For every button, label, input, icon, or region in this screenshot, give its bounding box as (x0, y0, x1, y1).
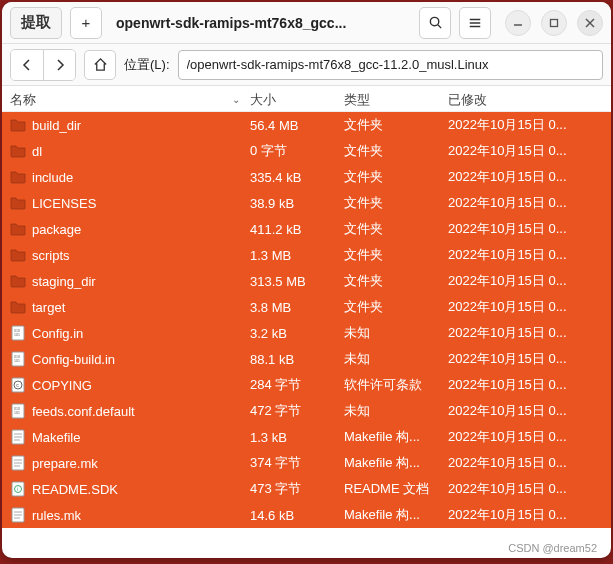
new-button[interactable]: + (70, 7, 102, 39)
file-size: 3.8 MB (250, 300, 344, 315)
readme-icon: i (10, 481, 26, 497)
file-size: 56.4 MB (250, 118, 344, 133)
binary-icon: 010101 (10, 351, 26, 367)
file-modified: 2022年10月15日 0... (448, 454, 603, 472)
chevron-left-icon (22, 59, 32, 71)
column-name-header[interactable]: 名称 ⌄ (10, 91, 250, 109)
file-row[interactable]: rules.mk14.6 kBMakefile 构...2022年10月15日 … (2, 502, 611, 528)
file-row[interactable]: 010101Config.in3.2 kB未知2022年10月15日 0... (2, 320, 611, 346)
file-type: 文件夹 (344, 272, 448, 290)
file-name: Config-build.in (32, 352, 115, 367)
file-row[interactable]: staging_dir313.5 MB文件夹2022年10月15日 0... (2, 268, 611, 294)
file-name: package (32, 222, 81, 237)
file-row[interactable]: target3.8 MB文件夹2022年10月15日 0... (2, 294, 611, 320)
file-row[interactable]: 010101feeds.conf.default472 字节未知2022年10月… (2, 398, 611, 424)
file-row[interactable]: prepare.mk374 字节Makefile 构...2022年10月15日… (2, 450, 611, 476)
folder-icon (10, 299, 26, 315)
file-row[interactable]: LICENSES38.9 kB文件夹2022年10月15日 0... (2, 190, 611, 216)
file-size: 374 字节 (250, 454, 344, 472)
watermark: CSDN @dream52 (508, 542, 597, 554)
binary-icon: 010101 (10, 403, 26, 419)
file-name: scripts (32, 248, 70, 263)
text-icon (10, 455, 26, 471)
file-modified: 2022年10月15日 0... (448, 298, 603, 316)
svg-point-0 (430, 17, 438, 25)
search-button[interactable] (419, 7, 451, 39)
path-input[interactable] (178, 50, 604, 80)
file-row[interactable]: scripts1.3 MB文件夹2022年10月15日 0... (2, 242, 611, 268)
forward-button[interactable] (43, 50, 75, 80)
folder-icon (10, 221, 26, 237)
column-headers: 名称 ⌄ 大小 类型 已修改 (2, 86, 611, 112)
file-row[interactable]: package411.2 kB文件夹2022年10月15日 0... (2, 216, 611, 242)
file-name: COPYING (32, 378, 92, 393)
file-type: 文件夹 (344, 298, 448, 316)
file-modified: 2022年10月15日 0... (448, 428, 603, 446)
file-type: Makefile 构... (344, 428, 448, 446)
file-modified: 2022年10月15日 0... (448, 324, 603, 342)
file-type: 文件夹 (344, 116, 448, 134)
copyright-icon: c (10, 377, 26, 393)
back-button[interactable] (11, 50, 43, 80)
file-size: 284 字节 (250, 376, 344, 394)
column-size-header[interactable]: 大小 (250, 91, 344, 109)
svg-line-1 (437, 25, 440, 28)
column-modified-header[interactable]: 已修改 (448, 91, 603, 109)
file-size: 0 字节 (250, 142, 344, 160)
file-modified: 2022年10月15日 0... (448, 168, 603, 186)
file-size: 313.5 MB (250, 274, 344, 289)
file-row[interactable]: include335.4 kB文件夹2022年10月15日 0... (2, 164, 611, 190)
maximize-icon (549, 18, 559, 28)
file-size: 3.2 kB (250, 326, 344, 341)
file-modified: 2022年10月15日 0... (448, 506, 603, 524)
file-name: LICENSES (32, 196, 96, 211)
file-type: README 文档 (344, 480, 448, 498)
pathbar: 位置(L): (2, 44, 611, 86)
file-size: 335.4 kB (250, 170, 344, 185)
svg-text:101: 101 (14, 411, 20, 415)
file-row[interactable]: build_dir56.4 MB文件夹2022年10月15日 0... (2, 112, 611, 138)
minimize-icon (513, 18, 523, 28)
binary-icon: 010101 (10, 325, 26, 341)
file-type: 未知 (344, 350, 448, 368)
file-name: build_dir (32, 118, 81, 133)
file-type: 文件夹 (344, 246, 448, 264)
home-icon (93, 57, 108, 72)
window-controls (505, 10, 603, 36)
file-name: dl (32, 144, 42, 159)
column-type-header[interactable]: 类型 (344, 91, 448, 109)
minimize-button[interactable] (505, 10, 531, 36)
archive-manager-window: 提取 + openwrt-sdk-ramips-mt76x8_gcc... (2, 2, 611, 558)
text-icon (10, 429, 26, 445)
file-row[interactable]: 010101Config-build.in88.1 kB未知2022年10月15… (2, 346, 611, 372)
file-row[interactable]: cCOPYING284 字节软件许可条款2022年10月15日 0... (2, 372, 611, 398)
menu-button[interactable] (459, 7, 491, 39)
file-type: 文件夹 (344, 194, 448, 212)
file-row[interactable]: iREADME.SDK473 字节README 文档2022年10月15日 0.… (2, 476, 611, 502)
maximize-button[interactable] (541, 10, 567, 36)
file-size: 1.3 MB (250, 248, 344, 263)
file-name: Makefile (32, 430, 80, 445)
svg-text:i: i (17, 486, 18, 492)
svg-text:101: 101 (14, 333, 20, 337)
folder-icon (10, 143, 26, 159)
file-type: 文件夹 (344, 220, 448, 238)
close-button[interactable] (577, 10, 603, 36)
file-row[interactable]: Makefile1.3 kBMakefile 构...2022年10月15日 0… (2, 424, 611, 450)
file-size: 472 字节 (250, 402, 344, 420)
location-label: 位置(L): (124, 56, 170, 74)
file-name: feeds.conf.default (32, 404, 135, 419)
file-size: 473 字节 (250, 480, 344, 498)
text-icon (10, 507, 26, 523)
home-button[interactable] (84, 50, 116, 80)
file-type: Makefile 构... (344, 506, 448, 524)
svg-text:101: 101 (14, 359, 20, 363)
file-modified: 2022年10月15日 0... (448, 246, 603, 264)
file-size: 411.2 kB (250, 222, 344, 237)
extract-button[interactable]: 提取 (10, 7, 62, 39)
file-modified: 2022年10月15日 0... (448, 194, 603, 212)
file-row[interactable]: dl0 字节文件夹2022年10月15日 0... (2, 138, 611, 164)
file-type: 文件夹 (344, 168, 448, 186)
file-name: rules.mk (32, 508, 81, 523)
file-list: build_dir56.4 MB文件夹2022年10月15日 0...dl0 字… (2, 112, 611, 528)
